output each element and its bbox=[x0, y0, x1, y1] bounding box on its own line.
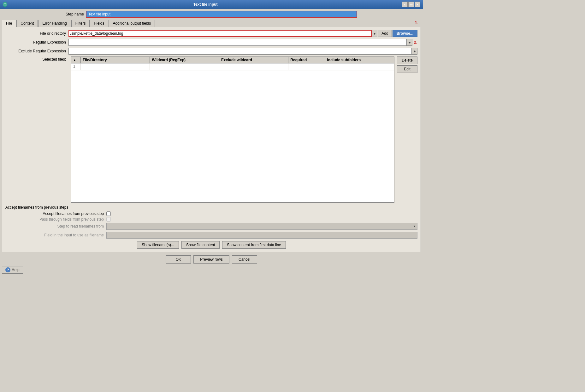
table-cell-num: 1 bbox=[71, 63, 81, 70]
pass-through-fields-row: Pass through fields from previous step bbox=[5, 217, 417, 222]
exclude-regular-expression-label: Exclude Regular Expression bbox=[5, 49, 68, 53]
action-buttons: Show filename(s)... Show file content Sh… bbox=[5, 241, 417, 249]
dropdown-arrow-icon: ▼ bbox=[413, 225, 416, 228]
footer-buttons: OK Preview rows Cancel bbox=[2, 255, 421, 264]
help-label: Help bbox=[12, 268, 20, 272]
table-col-file-directory: File/Directory bbox=[81, 57, 150, 63]
delete-button[interactable]: Delete bbox=[397, 56, 417, 64]
file-directory-label: File or directory bbox=[5, 31, 68, 36]
regular-expression-input[interactable] bbox=[68, 39, 407, 46]
exclude-regular-expression-input[interactable] bbox=[68, 48, 412, 55]
step-to-read-row: Step to read filenames from ▼ bbox=[5, 223, 417, 230]
add-button[interactable]: Add bbox=[378, 30, 392, 37]
table-cell-exclude-wildcard bbox=[219, 63, 288, 70]
accept-from-previous-step-row: Accept filenames from previous step bbox=[5, 211, 417, 216]
tab-filters[interactable]: Filters bbox=[71, 20, 90, 27]
table-cell-file-directory bbox=[81, 63, 150, 70]
table-cell-wildcard bbox=[150, 63, 219, 70]
step-to-read-label: Step to read filenames from bbox=[5, 224, 106, 229]
tabs-row: File Content Error Handling Filters Fiel… bbox=[2, 20, 421, 27]
help-bar: ? Help bbox=[2, 266, 421, 274]
selected-files-section: Selected files: ▲ File/Directory Wildcar… bbox=[5, 56, 417, 203]
show-filenames-button[interactable]: Show filename(s)... bbox=[137, 241, 179, 249]
show-file-content-button[interactable]: Show file content bbox=[181, 241, 220, 249]
accept-filenames-section: Accept filenames from previous steps Acc… bbox=[5, 205, 417, 239]
selected-files-table: ▲ File/Directory Wildcard (RegExp) Exclu… bbox=[71, 56, 394, 203]
step-name-input[interactable] bbox=[86, 11, 357, 18]
svg-text:T: T bbox=[4, 3, 6, 6]
table-row[interactable]: 1 bbox=[71, 63, 394, 70]
file-directory-row: File or directory ◆ Add Browse... bbox=[5, 30, 417, 37]
annotation-1: 1. bbox=[415, 20, 418, 25]
field-in-input-label: Field in the input to use as filename bbox=[5, 233, 106, 237]
browse-button[interactable]: Browse... bbox=[393, 30, 417, 37]
table-col-wildcard: Wildcard (RegExp) bbox=[150, 57, 219, 63]
selected-files-label: Selected files: bbox=[5, 56, 68, 203]
table-body: 1 bbox=[71, 63, 394, 202]
help-button[interactable]: ? Help bbox=[2, 266, 23, 274]
annotation-2: 2. bbox=[414, 40, 417, 45]
field-in-input-input bbox=[106, 232, 417, 239]
minimize-button[interactable]: ▲ bbox=[402, 2, 408, 7]
accept-filenames-title: Accept filenames from previous steps bbox=[5, 205, 417, 210]
table-col-sort[interactable]: ▲ bbox=[71, 57, 81, 63]
tab-content[interactable]: Content bbox=[16, 20, 38, 27]
app-icon: T bbox=[3, 2, 8, 7]
window-controls: ▲ ▬ ✕ bbox=[402, 2, 420, 7]
show-content-first-line-button[interactable]: Show content from first data line bbox=[222, 241, 286, 249]
ok-button[interactable]: OK bbox=[166, 255, 191, 264]
tab-fields[interactable]: Fields bbox=[90, 20, 108, 27]
file-directory-diamond-button[interactable]: ◆ bbox=[372, 30, 377, 37]
table-header: ▲ File/Directory Wildcard (RegExp) Exclu… bbox=[71, 57, 394, 63]
side-buttons: Delete Edit bbox=[397, 56, 417, 203]
preview-rows-button[interactable]: Preview rows bbox=[193, 255, 229, 264]
tab-file[interactable]: File bbox=[2, 20, 16, 27]
step-to-read-input-group: ▼ bbox=[106, 223, 417, 230]
step-name-row: Step name bbox=[2, 11, 421, 18]
pass-through-fields-label: Pass through fields from previous step bbox=[5, 217, 106, 222]
exclude-regular-expression-input-group: ◆ bbox=[68, 48, 417, 55]
window-title: Text file input bbox=[9, 2, 402, 7]
regular-expression-row: Regular Expression ◆ 2. bbox=[5, 39, 417, 46]
table-col-required: Required bbox=[288, 57, 325, 63]
step-name-label: Step name bbox=[66, 12, 84, 16]
main-container: Step name File Content Error Handling Fi… bbox=[0, 9, 423, 276]
help-icon: ? bbox=[5, 267, 10, 272]
accept-from-previous-step-label: Accept filenames from previous step bbox=[5, 211, 106, 216]
tab-additional-output-fields[interactable]: Additional output fields bbox=[109, 20, 155, 27]
file-directory-input[interactable] bbox=[68, 30, 372, 37]
exclude-regular-expression-row: Exclude Regular Expression ◆ bbox=[5, 48, 417, 55]
accept-from-previous-step-checkbox[interactable] bbox=[106, 211, 111, 216]
field-in-input-row: Field in the input to use as filename bbox=[5, 232, 417, 239]
restore-button[interactable]: ▬ bbox=[408, 2, 414, 7]
table-col-exclude-wildcard: Exclude wildcard bbox=[219, 57, 288, 63]
tab-error-handling[interactable]: Error Handling bbox=[38, 20, 71, 27]
regular-expression-label: Regular Expression bbox=[5, 40, 68, 45]
content-panel: File or directory ◆ Add Browse... Regula… bbox=[2, 27, 421, 252]
regular-expression-diamond-button[interactable]: ◆ bbox=[407, 39, 412, 46]
title-bar: T Text file input ▲ ▬ ✕ bbox=[0, 0, 423, 9]
table-cell-required bbox=[288, 63, 325, 70]
table-cell-include-subfolders bbox=[325, 63, 394, 70]
edit-button[interactable]: Edit bbox=[397, 65, 417, 73]
exclude-regular-expression-diamond-button[interactable]: ◆ bbox=[412, 48, 417, 55]
file-directory-input-group: ◆ Add Browse... bbox=[68, 30, 417, 37]
close-button[interactable]: ✕ bbox=[415, 2, 420, 7]
cancel-button[interactable]: Cancel bbox=[232, 255, 257, 264]
step-to-read-dropdown[interactable]: ▼ bbox=[106, 223, 417, 230]
pass-through-fields-checkbox[interactable] bbox=[106, 217, 111, 222]
table-col-include-subfolders: Include subfolders bbox=[325, 57, 394, 63]
tabs-container: File Content Error Handling Filters Fiel… bbox=[2, 20, 421, 252]
regular-expression-input-group: ◆ 2. bbox=[68, 39, 417, 46]
